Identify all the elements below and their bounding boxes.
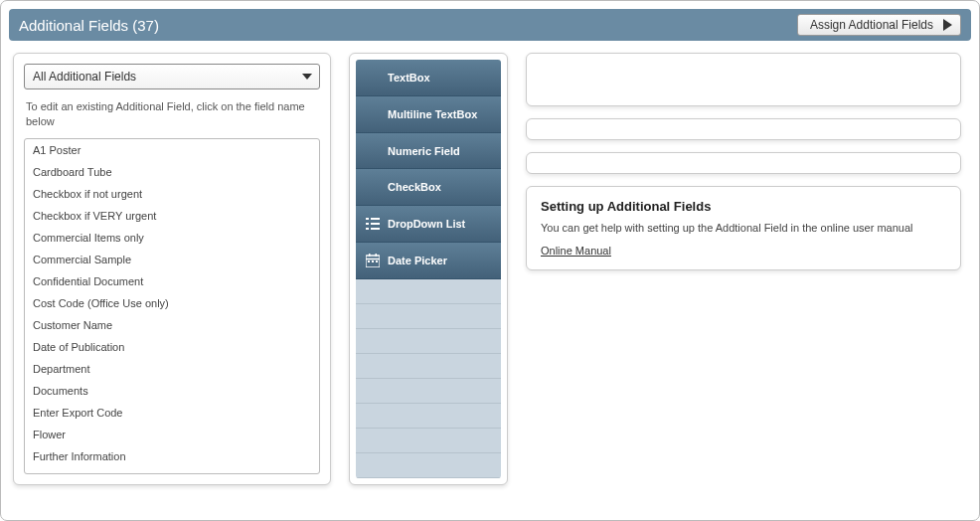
page-header: Additional Fields (37) Assign Addtional … — [9, 9, 971, 41]
blank-icon — [366, 71, 380, 85]
blank-icon — [366, 180, 380, 194]
field-type-dropdown-list[interactable]: DropDown List — [356, 206, 501, 243]
field-type-label: TextBox — [388, 72, 430, 84]
svg-rect-0 — [366, 218, 369, 220]
placeholder-panel-1 — [526, 53, 961, 106]
field-type-label: Numeric Field — [388, 145, 460, 157]
field-type-checkbox[interactable]: CheckBox — [356, 169, 501, 206]
svg-rect-12 — [376, 260, 378, 262]
main-columns: All Additional Fields To edit an existin… — [9, 53, 971, 485]
field-type-label: DropDown List — [388, 218, 465, 230]
field-list[interactable]: A1 PosterCardboard TubeCheckbox if not u… — [25, 139, 319, 473]
field-list-item[interactable]: Cost Code (Office Use only) — [25, 292, 319, 314]
field-type-label: Multiline TextBox — [388, 108, 477, 120]
svg-rect-1 — [371, 218, 380, 220]
right-column: Setting up Additional Fields You can get… — [526, 53, 961, 485]
blank-icon — [366, 107, 380, 121]
blank-icon — [366, 144, 380, 158]
empty-row — [356, 429, 501, 453]
app-window: Additional Fields (37) Assign Addtional … — [0, 0, 980, 521]
svg-rect-3 — [371, 223, 380, 225]
list-icon — [366, 217, 380, 231]
field-list-item[interactable]: Department — [25, 358, 319, 380]
field-type-label: CheckBox — [388, 181, 441, 193]
field-list-container: A1 PosterCardboard TubeCheckbox if not u… — [24, 138, 320, 474]
empty-row — [356, 453, 501, 478]
field-list-item[interactable]: Gift — [25, 467, 319, 473]
filter-selected-value: All Additional Fields — [33, 70, 136, 84]
field-type-date-picker[interactable]: Date Picker — [356, 243, 501, 279]
fields-panel: All Additional Fields To edit an existin… — [13, 53, 331, 485]
instruction-text: To edit an existing Additional Field, cl… — [26, 99, 318, 130]
field-list-item[interactable]: A1 Poster — [25, 139, 319, 161]
assign-button-label: Assign Addtional Fields — [810, 18, 933, 32]
help-panel: Setting up Additional Fields You can get… — [526, 186, 961, 270]
svg-rect-5 — [371, 228, 380, 230]
empty-row — [356, 304, 501, 329]
help-body: You can get help with setting up the Add… — [541, 222, 946, 234]
empty-row — [356, 354, 501, 379]
filter-dropdown[interactable]: All Additional Fields — [24, 64, 320, 89]
svg-rect-10 — [368, 260, 370, 262]
field-list-item[interactable]: Enter Export Code — [25, 402, 319, 424]
field-list-item[interactable]: Commercial Items only — [25, 227, 319, 249]
svg-rect-2 — [366, 223, 369, 225]
page-title: Additional Fields (37) — [19, 17, 159, 34]
field-list-item[interactable]: Commercial Sample — [25, 249, 319, 270]
field-list-item[interactable]: Documents — [25, 380, 319, 402]
empty-row — [356, 379, 501, 404]
field-list-item[interactable]: Checkbox if VERY urgent — [25, 205, 319, 227]
svg-rect-4 — [366, 228, 369, 230]
field-list-item[interactable]: Confidential Document — [25, 270, 319, 292]
placeholder-panel-2 — [526, 118, 961, 140]
help-title: Setting up Additional Fields — [541, 199, 946, 214]
empty-row — [356, 279, 501, 304]
chevron-down-icon — [302, 74, 312, 80]
field-list-item[interactable]: Date of Publication — [25, 336, 319, 358]
field-types-panel: TextBoxMultiline TextBoxNumeric FieldChe… — [349, 53, 508, 485]
assign-additional-fields-button[interactable]: Assign Addtional Fields — [797, 14, 961, 36]
calendar-icon — [366, 254, 380, 267]
field-type-multiline-textbox[interactable]: Multiline TextBox — [356, 96, 501, 133]
field-list-item[interactable]: Further Information — [25, 445, 319, 467]
svg-rect-11 — [372, 260, 374, 262]
online-manual-link[interactable]: Online Manual — [541, 245, 611, 257]
empty-row — [356, 404, 501, 429]
field-list-item[interactable]: Cardboard Tube — [25, 161, 319, 183]
empty-row — [356, 329, 501, 354]
field-type-label: Date Picker — [388, 255, 447, 266]
svg-rect-9 — [376, 254, 378, 257]
arrow-right-icon — [943, 19, 952, 31]
field-type-list: TextBoxMultiline TextBoxNumeric FieldChe… — [356, 60, 501, 478]
field-type-numeric-field[interactable]: Numeric Field — [356, 133, 501, 170]
field-list-item[interactable]: Flower — [25, 424, 319, 445]
field-type-empty-area — [356, 279, 501, 478]
field-list-item[interactable]: Customer Name — [25, 314, 319, 336]
field-list-item[interactable]: Checkbox if not urgent — [25, 183, 319, 205]
field-type-textbox[interactable]: TextBox — [356, 60, 501, 96]
svg-rect-8 — [369, 254, 371, 257]
placeholder-panel-3 — [526, 152, 961, 174]
